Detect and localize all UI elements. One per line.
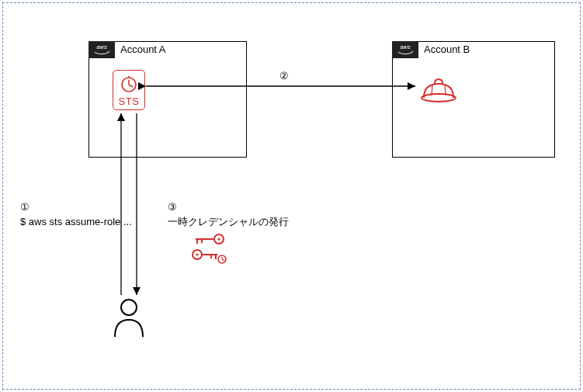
aws-logo-icon: aws (88, 41, 115, 58)
diagram-canvas: aws Account A STS aws Account (2, 2, 581, 390)
step-2-num: ② (279, 70, 289, 82)
account-b-label: Account B (424, 43, 470, 55)
step-1-num: ① (20, 201, 29, 213)
step-3-num: ③ (168, 201, 177, 213)
svg-point-22 (121, 300, 137, 315)
sts-label: STS (113, 95, 144, 107)
account-a-box: aws Account A STS (88, 41, 247, 158)
step-1-text: $ aws sts assume-role ... (20, 216, 132, 227)
account-b-box: aws Account B (392, 41, 555, 158)
iam-role-icon (419, 75, 458, 106)
svg-point-10 (218, 238, 220, 241)
svg-text:aws: aws (96, 43, 106, 50)
svg-point-15 (196, 254, 199, 256)
temporary-credentials-icon (186, 231, 230, 265)
step-2-label: ② (279, 69, 289, 84)
step-3-label: ③ 一時クレデンシャルの発行 (168, 200, 289, 230)
sts-service-icon: STS (113, 70, 145, 110)
step-3-text: 一時クレデンシャルの発行 (168, 216, 289, 227)
account-a-label: Account A (120, 43, 166, 55)
step-1-label: ① $ aws sts assume-role ... (20, 200, 132, 230)
user-icon (111, 297, 147, 338)
svg-point-6 (422, 94, 456, 102)
svg-line-3 (129, 85, 133, 87)
svg-text:aws: aws (400, 43, 410, 50)
aws-logo-icon: aws (392, 41, 418, 58)
